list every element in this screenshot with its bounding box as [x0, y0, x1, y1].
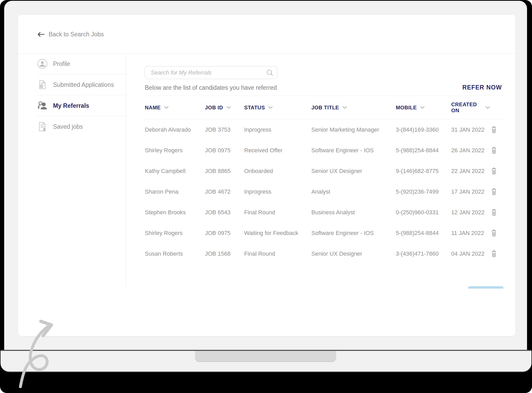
- delete-referral-button[interactable]: [490, 167, 498, 175]
- cell-job-title: Analyst: [311, 188, 396, 195]
- cell-created-on: 11 JAN 2022: [451, 230, 490, 237]
- chevron-down-icon: [485, 106, 490, 109]
- sidebar-item-profile[interactable]: Profile: [18, 53, 126, 74]
- sidebar-item-saved-jobs[interactable]: Saved jobs: [18, 116, 126, 137]
- trash-icon: [491, 147, 497, 154]
- cell-created-on: 31 JAN 2022: [451, 126, 490, 133]
- delete-referral-button[interactable]: [490, 188, 498, 196]
- cell-job-title: Senior Marketing Manager: [311, 126, 396, 133]
- table-row: Kathy Campbell JOB 8865 Onboarded Senior…: [145, 161, 504, 181]
- table-header-row: NAME JOB ID STATUS JOB TITLE MOBILE CREA…: [145, 96, 504, 119]
- trash-icon: [491, 209, 497, 216]
- back-link-label: Back to Search Jobs: [49, 31, 104, 38]
- delete-referral-button[interactable]: [490, 146, 498, 155]
- cell-mobile: 5-(920)236-7499: [396, 188, 451, 195]
- cell-mobile: 3-(844)169-3360: [396, 126, 451, 133]
- cell-mobile: 5-(988)254-8844: [396, 147, 451, 154]
- referrals-card: Back to Search Jobs Profile Submitted Ap…: [18, 14, 516, 336]
- cell-status: Inprogress: [244, 188, 311, 195]
- column-header-job-title[interactable]: JOB TITLE: [311, 105, 396, 111]
- cell-status: Waiting for Feedback: [244, 230, 311, 237]
- sidebar-divider: [126, 53, 126, 286]
- cell-job-id: JOB 1568: [205, 250, 244, 257]
- cell-job-id: JOB 6543: [205, 209, 244, 216]
- cell-job-id: JOB 4672: [205, 188, 244, 195]
- column-header-job-id[interactable]: JOB ID: [205, 105, 244, 111]
- delete-referral-button[interactable]: [490, 208, 498, 217]
- cell-mobile: 9-(146)682-8775: [396, 168, 451, 175]
- trash-icon: [491, 167, 497, 175]
- chevron-down-icon: [420, 106, 425, 109]
- cell-name: Sharon Pena: [145, 188, 205, 195]
- cell-created-on: 04 JAN 2022: [451, 250, 490, 257]
- cell-name: Stephen Brooks: [145, 209, 205, 216]
- saved-jobs-icon: [37, 121, 48, 132]
- table-row: Shirley Rogers JOB 0975 Waiting for Feed…: [145, 223, 504, 243]
- cell-mobile: 3-(436)471-7860: [396, 250, 451, 257]
- cell-name: Shirley Rogers: [145, 147, 205, 154]
- column-header-name[interactable]: NAME: [145, 105, 205, 111]
- cell-name: Kathy Campbell: [145, 168, 205, 175]
- table-body: Deborah Alvarado JOB 3753 Inprogress Sen…: [145, 119, 504, 264]
- search-input[interactable]: [150, 69, 266, 76]
- delete-referral-button[interactable]: [490, 250, 498, 258]
- column-header-mobile[interactable]: MOBILE: [396, 105, 451, 111]
- sidebar-item-label: Profile: [53, 60, 70, 68]
- table-row: Deborah Alvarado JOB 3753 Inprogress Sen…: [145, 119, 504, 140]
- delete-referral-button[interactable]: [490, 229, 498, 237]
- chevron-down-icon: [342, 106, 347, 109]
- cell-status: Received Offer: [244, 147, 311, 154]
- search-box: [145, 66, 277, 79]
- cell-status: Final Round: [244, 209, 311, 216]
- sidebar-item-label: My Referrals: [53, 102, 89, 109]
- sidebar-item-my-referrals[interactable]: My Referrals: [18, 95, 126, 116]
- cell-name: Shirley Rogers: [145, 230, 205, 237]
- table-row: Susan Roberts JOB 1568 Final Round Senio…: [145, 243, 504, 264]
- cell-created-on: 17 JAN 2022: [451, 188, 490, 195]
- column-header-status[interactable]: STATUS: [244, 105, 311, 111]
- cell-status: Inprogress: [244, 126, 311, 133]
- cell-name: Deborah Alvarado: [145, 126, 205, 133]
- cell-job-title: Senior UX Designer: [311, 168, 396, 175]
- cell-job-title: Software Engineer - IOS: [311, 230, 396, 237]
- sidebar: Profile Submitted Applications My Referr…: [18, 53, 126, 137]
- cell-job-title: Software Engineer - IOS: [311, 147, 396, 154]
- refer-now-button[interactable]: REFER NOW: [461, 84, 504, 91]
- blue-accent-bar: [468, 286, 504, 289]
- cell-job-id: JOB 0975: [205, 147, 244, 154]
- screen: Back to Search Jobs Profile Submitted Ap…: [4, 1, 527, 350]
- cell-created-on: 22 JAN 2022: [451, 168, 490, 175]
- laptop-hinge-notch: [195, 351, 336, 362]
- sidebar-item-submitted-applications[interactable]: Submitted Applications: [18, 74, 126, 95]
- sidebar-item-label: Submitted Applications: [53, 81, 114, 88]
- referrals-table: NAME JOB ID STATUS JOB TITLE MOBILE CREA…: [145, 96, 504, 264]
- column-header-created-on[interactable]: CREATED ON: [451, 102, 490, 114]
- submitted-applications-icon: [37, 79, 48, 90]
- cell-mobile: 0-(250)960-0331: [396, 209, 451, 216]
- cell-status: Onboarded: [244, 168, 311, 175]
- cell-job-title: Senior UX Designer: [311, 250, 396, 257]
- cell-name: Susan Roberts: [145, 250, 205, 257]
- table-row: Sharon Pena JOB 4672 Inprogress Analyst …: [145, 181, 504, 202]
- profile-icon: [37, 58, 48, 69]
- cell-job-id: JOB 3753: [205, 126, 244, 133]
- cell-job-id: JOB 8865: [205, 168, 244, 175]
- table-row: Stephen Brooks JOB 6543 Final Round Busi…: [145, 202, 504, 223]
- trash-icon: [491, 188, 497, 195]
- laptop-mockup: Back to Search Jobs Profile Submitted Ap…: [0, 0, 532, 393]
- chevron-down-icon: [268, 106, 273, 109]
- sidebar-item-label: Saved jobs: [53, 123, 83, 130]
- my-referrals-icon: [37, 100, 48, 111]
- delete-referral-button[interactable]: [490, 126, 498, 134]
- back-to-search-jobs-link[interactable]: Back to Search Jobs: [37, 31, 104, 38]
- left-arrow-icon: [37, 32, 44, 37]
- chevron-down-icon: [164, 106, 169, 109]
- trash-icon: [491, 126, 497, 133]
- laptop-base: [1, 350, 531, 372]
- table-row: Shirley Rogers JOB 0975 Received Offer S…: [145, 140, 504, 161]
- cell-status: Final Round: [244, 250, 311, 257]
- chevron-down-icon: [226, 106, 231, 109]
- trash-icon: [491, 250, 497, 257]
- trash-icon: [491, 229, 497, 237]
- subtitle-text: Below are the list of candidates you hav…: [145, 84, 277, 91]
